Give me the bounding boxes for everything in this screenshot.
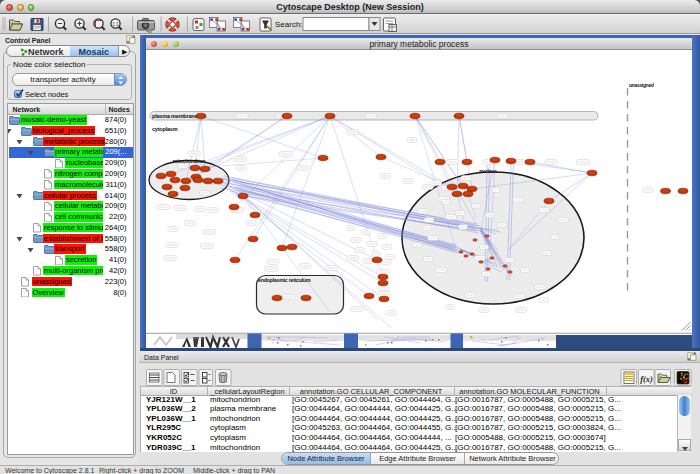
svg-text:mitochondrion: mitochondrion (173, 158, 206, 164)
svg-text:f(x): f(x) (640, 373, 653, 383)
svg-text:plasma membrane: plasma membrane (152, 113, 197, 119)
svg-text:Search:: Search: (275, 20, 303, 29)
svg-text:cytoplasm: cytoplasm (152, 126, 178, 132)
svg-text:1:1: 1:1 (112, 22, 119, 27)
svg-text:nucleus: nucleus (479, 168, 497, 174)
svg-text:unassigned: unassigned (629, 83, 654, 88)
svg-text:endoplasmic reticulum: endoplasmic reticulum (258, 277, 311, 283)
